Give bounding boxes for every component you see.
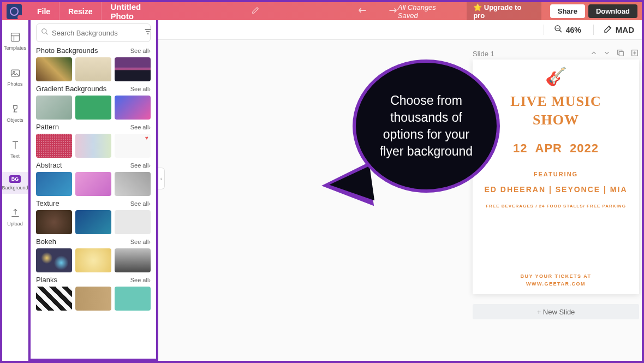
bg-thumb[interactable] bbox=[115, 210, 151, 234]
search-wrap bbox=[36, 23, 151, 42]
add-slide-icon[interactable] bbox=[630, 49, 639, 59]
document-title[interactable]: Untitled Photo bbox=[102, 2, 175, 21]
bg-thumb[interactable] bbox=[115, 172, 151, 196]
redo-icon[interactable] bbox=[386, 6, 398, 17]
see-all-gradient[interactable]: See all› bbox=[130, 86, 151, 92]
undo-icon[interactable] bbox=[357, 6, 369, 17]
upgrade-button[interactable]: ⭐ Upgrade to pro bbox=[467, 1, 541, 22]
templates-icon bbox=[9, 31, 21, 43]
see-all-planks[interactable]: See all› bbox=[130, 277, 151, 283]
rail-text[interactable]: Text bbox=[2, 136, 28, 162]
category-abstract: AbstractSee all› bbox=[36, 161, 151, 196]
canvas-toolbar: 46% MAD bbox=[158, 20, 642, 40]
move-up-icon[interactable] bbox=[590, 49, 598, 58]
svg-point-3 bbox=[42, 29, 46, 33]
bg-thumb[interactable] bbox=[75, 57, 111, 81]
bg-thumb[interactable] bbox=[36, 57, 72, 81]
slide-header: Slide 1 bbox=[473, 49, 639, 59]
see-all-abstract[interactable]: See all› bbox=[130, 162, 151, 169]
chevron-right-icon: › bbox=[148, 47, 151, 54]
save-status: All Changes Saved bbox=[398, 3, 458, 20]
guitar-icon: 🎸 bbox=[545, 66, 567, 87]
search-input[interactable] bbox=[52, 29, 144, 37]
zoom-control[interactable]: 46% bbox=[544, 25, 581, 35]
svg-rect-5 bbox=[619, 51, 623, 56]
bg-thumb[interactable] bbox=[36, 96, 72, 120]
rail-objects[interactable]: Objects bbox=[2, 100, 28, 126]
bg-thumb[interactable] bbox=[75, 210, 111, 234]
wand-icon bbox=[604, 25, 612, 35]
see-all-bokeh[interactable]: See all› bbox=[130, 239, 151, 245]
file-menu[interactable]: File bbox=[28, 2, 59, 20]
text-icon bbox=[9, 139, 21, 151]
chevron-right-icon: › bbox=[148, 200, 151, 207]
svg-rect-0 bbox=[11, 33, 19, 41]
bg-thumb[interactable] bbox=[75, 134, 111, 158]
upload-icon bbox=[9, 207, 21, 219]
chevron-right-icon: › bbox=[148, 162, 151, 169]
bg-thumb[interactable] bbox=[36, 248, 72, 272]
rail-upload[interactable]: Upload bbox=[2, 204, 28, 230]
flyer-info: FREE BEVERAGES / 24 FOOD STALLS/ FREE PA… bbox=[486, 204, 626, 209]
rail-photos[interactable]: Photos bbox=[2, 64, 28, 90]
chevron-right-icon: › bbox=[148, 86, 151, 92]
see-all-pattern[interactable]: See all› bbox=[130, 124, 151, 130]
category-photo: Photo BackgroundsSee all› bbox=[36, 46, 151, 81]
chevron-right-icon: › bbox=[148, 124, 151, 130]
category-texture: TextureSee all› bbox=[36, 199, 151, 234]
resize-menu[interactable]: Resize bbox=[59, 2, 102, 20]
category-gradient: Gradient BackgroundsSee all› bbox=[36, 85, 151, 120]
see-all-texture[interactable]: See all› bbox=[130, 200, 151, 207]
bg-thumb[interactable] bbox=[75, 96, 111, 120]
bg-thumb[interactable] bbox=[36, 210, 72, 234]
zoom-icon bbox=[554, 25, 563, 35]
category-bokeh: BokehSee all› bbox=[36, 237, 151, 272]
category-planks: PlanksSee all› bbox=[36, 276, 151, 311]
background-icon: BG bbox=[9, 175, 21, 183]
bg-thumb[interactable] bbox=[115, 96, 151, 120]
slide-label: Slide 1 bbox=[473, 50, 494, 58]
flyer-title-1: LIVE MUSIC bbox=[510, 92, 601, 111]
brand-label[interactable]: MAD bbox=[593, 25, 634, 35]
canvas-area: 46% MAD ‹ Slide 1 🎸 LIVE MUSIC SHOW 12AP… bbox=[158, 20, 642, 361]
bg-thumb[interactable] bbox=[75, 172, 111, 196]
duplicate-icon[interactable] bbox=[616, 49, 625, 59]
search-icon bbox=[41, 28, 49, 38]
flyer-title-2: SHOW bbox=[533, 111, 579, 129]
objects-icon bbox=[9, 103, 21, 115]
tutorial-callout: Choose from thousands of options for you… bbox=[322, 59, 500, 229]
photos-icon bbox=[9, 67, 21, 79]
panel-collapse-handle[interactable]: ‹ bbox=[158, 168, 165, 189]
bg-thumb[interactable] bbox=[36, 172, 72, 196]
flyer-date: 12APR2022 bbox=[513, 141, 599, 156]
bg-thumb[interactable] bbox=[115, 57, 151, 81]
bg-thumb[interactable] bbox=[115, 248, 151, 272]
rail-templates[interactable]: Templates bbox=[2, 28, 28, 54]
bg-thumb[interactable] bbox=[36, 134, 72, 158]
bg-thumb[interactable] bbox=[115, 134, 151, 158]
bg-thumb[interactable] bbox=[36, 287, 72, 311]
see-all-photo[interactable]: See all› bbox=[130, 47, 151, 54]
bg-thumb[interactable] bbox=[75, 287, 111, 311]
top-bar: File Resize Untitled Photo All Changes S… bbox=[2, 2, 642, 20]
new-slide-button[interactable]: + New Slide bbox=[473, 304, 639, 319]
left-rail: Templates Photos Objects Text BG Backgro… bbox=[2, 20, 28, 361]
app-logo[interactable] bbox=[7, 4, 22, 19]
chevron-right-icon: › bbox=[148, 277, 151, 283]
download-button[interactable]: Download bbox=[588, 4, 637, 18]
backgrounds-panel: Photo BackgroundsSee all› Gradient Backg… bbox=[28, 20, 158, 361]
move-down-icon[interactable] bbox=[603, 49, 611, 58]
share-button[interactable]: Share bbox=[550, 4, 585, 18]
category-pattern: PatternSee all› bbox=[36, 123, 151, 158]
rail-background[interactable]: BG Background bbox=[2, 172, 28, 194]
edit-icon[interactable] bbox=[252, 7, 259, 16]
flyer-artists: ED DHEERAN | SEYONCE | MIA bbox=[484, 185, 627, 194]
filter-icon[interactable] bbox=[144, 27, 152, 38]
flyer-buy: BUY YOUR TICKETS ATWWW.GEETAR.COM bbox=[520, 273, 591, 288]
flyer-featuring: FEATURING bbox=[534, 171, 578, 177]
chevron-right-icon: › bbox=[148, 239, 151, 245]
bg-thumb[interactable] bbox=[115, 287, 151, 311]
bg-thumb[interactable] bbox=[75, 248, 111, 272]
